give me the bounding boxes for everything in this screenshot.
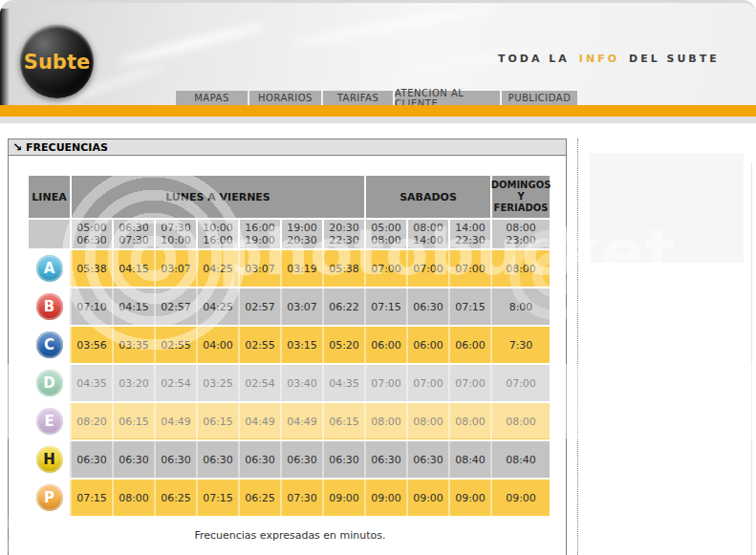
line-badge-cell: H	[29, 441, 70, 478]
line-C-badge: C	[36, 331, 63, 358]
frequency-cell: 03:20	[114, 365, 154, 401]
column-group-header: DOMINGOS Y FERIADOS	[492, 176, 550, 218]
nav-tab-tarifas[interactable]: TARIFAS	[323, 91, 393, 105]
nav-tab-publicidad[interactable]: PUBLICIDAD	[502, 91, 577, 105]
nav-tab-mapas[interactable]: MAPAS	[176, 91, 248, 105]
tagline-post: DEL SUBTE	[629, 53, 720, 65]
line-badge-cell: P	[29, 480, 70, 516]
frequency-cell: 07:15	[450, 288, 490, 325]
frequency-cell: 06:30	[156, 441, 196, 478]
time-range-header: 07:3010:00	[156, 220, 196, 248]
frequency-cell: 04:35	[72, 365, 112, 401]
frequency-cell: 02:55	[240, 327, 280, 363]
time-range-header: 16:0019:00	[240, 220, 280, 248]
frequency-cell: 07:00	[492, 365, 550, 401]
frequency-cell: 02:55	[156, 327, 196, 363]
nav-tab-atencion-al-cliente[interactable]: ATENCION AL CLIENTE	[395, 91, 500, 105]
nav-tab-horarios[interactable]: HORARIOS	[249, 91, 321, 105]
frequency-cell: 05:38	[324, 250, 364, 287]
tagline-pre: TODA LA	[498, 53, 570, 65]
tagline-highlight: INFO	[579, 53, 619, 65]
frequency-cell: 08:00	[114, 480, 154, 516]
tunnel-photo-dark-edge	[0, 9, 10, 108]
table-header-row-times: 05:0006:3006:3007:3007:3010:0010:0016:00…	[29, 220, 550, 248]
frequency-cell: 04:00	[198, 327, 238, 363]
frequency-cell: 03:19	[282, 250, 322, 287]
frequency-cell: 04:49	[156, 403, 196, 439]
frequency-cell: 07:00	[408, 365, 448, 401]
section-title: FRECUENCIAS	[26, 141, 108, 154]
frequency-cell: 06:30	[408, 288, 448, 325]
frequency-cell: 07:30	[282, 480, 322, 516]
line-E-badge: E	[36, 408, 63, 435]
frequency-cell: 03:15	[282, 327, 322, 363]
table-row-line-D: D04:3503:2002:5403:2502:5403:4004:3507:0…	[29, 365, 550, 401]
section-title-bar: ↘ FRECUENCIAS	[9, 139, 566, 156]
frequency-cell: 02:54	[156, 365, 196, 401]
frequency-cell: 06:30	[366, 441, 406, 478]
frequency-cell: 07:15	[72, 480, 112, 516]
frequency-cell: 06:30	[240, 441, 280, 478]
frequency-cell: 09:00	[408, 480, 448, 516]
line-badge-cell: C	[29, 327, 70, 363]
time-range-header: 19:0020:30	[282, 220, 322, 248]
subte-logo[interactable]: Subte	[20, 25, 94, 98]
frequency-cell: 04:15	[114, 250, 154, 287]
frequency-cell: 04:49	[282, 403, 322, 439]
main-nav: MAPASHORARIOSTARIFASATENCION AL CLIENTEP…	[176, 91, 577, 105]
frequency-cell: 06:30	[72, 441, 112, 478]
frequency-cell: 02:57	[156, 288, 196, 325]
frequency-cell: 06:15	[114, 403, 154, 439]
frequency-cell: 07:10	[72, 288, 112, 325]
frequency-cell: 08:00	[492, 250, 550, 287]
frequency-cell: 09:00	[492, 480, 550, 516]
site-header: Subte TODA LA INFO DEL SUBTE MAPASHORARI…	[0, 0, 756, 108]
frequency-cell: 07:00	[408, 250, 448, 287]
time-range-header: 06:3007:30	[114, 220, 154, 248]
time-range-header: 10:0016:00	[198, 220, 238, 248]
table-row-line-B: B07:1004:1502:5704:2502:5703:0706:2207:1…	[29, 288, 550, 325]
frequency-cell: 08:00	[366, 403, 406, 439]
line-badge-cell: B	[29, 288, 70, 325]
frequency-cell: 09:00	[366, 480, 406, 516]
frequency-cell: 07:00	[366, 365, 406, 401]
time-range-header: 20:3022:30	[324, 220, 364, 248]
frequency-cell: 06:22	[324, 288, 364, 325]
frequency-cell: 05:20	[324, 327, 364, 363]
time-range-header: 08:0023:00	[492, 220, 550, 248]
tunnel-light-streak	[288, 2, 497, 50]
table-row-line-A: A05:3804:1503:0704:2503:0703:1905:3807:0…	[29, 250, 550, 287]
frequency-cell: 06:00	[450, 327, 490, 363]
frequency-cell: 06:25	[156, 480, 196, 516]
sidebar-ad-placeholder	[590, 153, 744, 263]
table-header-row-groups: LINEALUNES A VIERNESSABADOSDOMINGOS Y FE…	[29, 176, 550, 218]
frequency-cell: 08:00	[408, 403, 448, 439]
time-range-header: 08:0014:00	[408, 220, 448, 248]
frequency-cell: 06:15	[198, 403, 238, 439]
frequency-cell: 03:25	[198, 365, 238, 401]
site-tagline: TODA LA INFO DEL SUBTE	[498, 53, 720, 65]
column-header-linea: LINEA	[29, 176, 70, 218]
frequency-cell: 06:30	[282, 441, 322, 478]
frequency-cell: 07:00	[450, 250, 490, 287]
right-page-edge	[751, 162, 752, 555]
frequencies-table: LINEALUNES A VIERNESSABADOSDOMINGOS Y FE…	[29, 176, 566, 516]
tunnel-light-streak	[116, 21, 267, 67]
frequency-cell: 04:15	[114, 288, 154, 325]
frequency-cell: 06:30	[114, 441, 154, 478]
frequency-cell: 07:15	[198, 480, 238, 516]
frequency-cell: 09:00	[324, 480, 364, 516]
time-range-header: 05:0008:00	[366, 220, 406, 248]
subte-logo-text: Subte	[24, 51, 90, 74]
frequency-cell: 03:07	[240, 250, 280, 287]
vertical-dotted-divider	[577, 139, 578, 555]
frequency-cell: 04:49	[240, 403, 280, 439]
line-A-badge: A	[36, 255, 63, 282]
line-D-badge: D	[36, 370, 63, 396]
frequency-cell: 09:00	[450, 480, 490, 516]
frequency-cell: 06:25	[240, 480, 280, 516]
frequency-cell: 04:25	[198, 288, 238, 325]
frequency-cell: 06:30	[324, 441, 364, 478]
frequency-cell: 03:07	[282, 288, 322, 325]
time-range-header: 05:0006:30	[72, 220, 112, 248]
